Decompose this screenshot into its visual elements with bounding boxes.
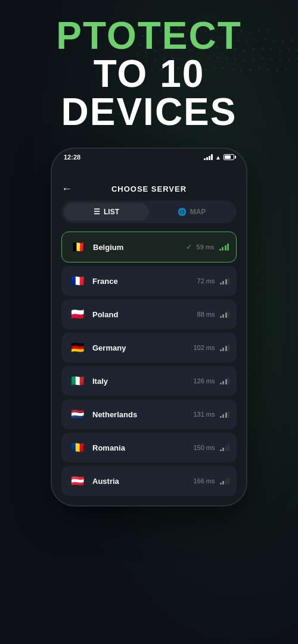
latency-value: 88 ms (197, 311, 215, 318)
signal-icon (204, 154, 213, 160)
tab-list[interactable]: ☰ LIST (64, 203, 149, 221)
phone-mockup: 12:28 ▲ ← CHOOSE SERVER (0, 148, 298, 507)
flag-germany: 🇩🇪 (69, 339, 86, 357)
server-list: 🇧🇪 Belgium ✓ 59 ms 🇫🇷 France 72 ms 🇵🇱 Po… (61, 232, 237, 496)
server-name: Poland (92, 310, 197, 319)
flag-france: 🇫🇷 (69, 272, 86, 290)
status-icons: ▲ (204, 154, 234, 161)
signal-strength-icon (219, 243, 229, 251)
flag-italy: 🇮🇹 (69, 372, 86, 390)
status-time: 12:28 (64, 154, 80, 161)
server-item[interactable]: 🇦🇹 Austria 166 ms (61, 466, 237, 496)
phone-screen: 12:28 ▲ ← CHOOSE SERVER (51, 148, 247, 507)
check-icon: ✓ (186, 243, 192, 251)
phone-notch (113, 161, 185, 175)
flag-poland: 🇵🇱 (69, 305, 86, 323)
server-item[interactable]: 🇩🇪 Germany 102 ms (61, 333, 237, 362)
server-name: Germany (92, 343, 193, 352)
hero-section: PTOTECT TO 10 DEVICES (0, 0, 298, 131)
server-item[interactable]: 🇵🇱 Poland 88 ms (61, 299, 237, 329)
tab-list-label: LIST (104, 208, 119, 216)
hero-line2: TO 10 (0, 55, 298, 93)
hero-line1: PTOTECT (0, 17, 298, 55)
server-item[interactable]: 🇳🇱 Netherlands 131 ms (61, 399, 237, 429)
server-item[interactable]: 🇧🇪 Belgium ✓ 59 ms (61, 232, 237, 262)
latency-value: 72 ms (197, 277, 215, 285)
latency-value: 126 ms (193, 377, 215, 384)
phone-content: ← CHOOSE SERVER ☰ LIST 🌐 MAP 🇧🇪 Belgium … (52, 175, 246, 505)
list-icon: ☰ (94, 208, 100, 216)
latency-value: 131 ms (193, 411, 215, 418)
signal-strength-icon (220, 444, 230, 451)
server-name: Netherlands (92, 410, 193, 419)
server-item[interactable]: 🇮🇹 Italy 126 ms (61, 366, 237, 396)
signal-strength-icon (220, 477, 230, 484)
server-name: Romania (92, 443, 193, 452)
nav-title: CHOOSE SERVER (111, 185, 187, 193)
server-name: Italy (92, 377, 193, 386)
flag-romania: 🇷🇴 (69, 439, 86, 457)
status-bar: 12:28 ▲ (52, 149, 246, 161)
back-button[interactable]: ← (61, 183, 72, 195)
tab-map[interactable]: 🌐 MAP (149, 203, 234, 221)
flag-belgium: 🇧🇪 (69, 238, 87, 256)
latency-value: 166 ms (193, 477, 215, 484)
signal-strength-icon (220, 277, 230, 285)
tab-switcher: ☰ LIST 🌐 MAP (61, 201, 237, 223)
server-name: Belgium (93, 243, 186, 252)
latency-value: 102 ms (193, 344, 215, 351)
tab-map-label: MAP (190, 208, 206, 216)
latency-value: 150 ms (193, 444, 215, 451)
server-item[interactable]: 🇫🇷 France 72 ms (61, 266, 237, 296)
battery-icon (224, 154, 234, 160)
globe-icon: 🌐 (178, 208, 187, 216)
server-item[interactable]: 🇷🇴 Romania 150 ms (61, 433, 237, 462)
signal-strength-icon (220, 377, 230, 384)
signal-strength-icon (220, 411, 230, 418)
flag-austria: 🇦🇹 (69, 472, 86, 490)
latency-value: 59 ms (197, 243, 215, 251)
signal-strength-icon (220, 311, 230, 318)
server-name: Austria (92, 477, 193, 486)
nav-bar: ← CHOOSE SERVER (61, 180, 237, 201)
server-name: France (92, 277, 197, 286)
flag-netherlands: 🇳🇱 (69, 405, 86, 423)
signal-strength-icon (220, 344, 230, 351)
wifi-icon: ▲ (215, 154, 221, 161)
hero-line3: DEVICES (0, 93, 298, 131)
